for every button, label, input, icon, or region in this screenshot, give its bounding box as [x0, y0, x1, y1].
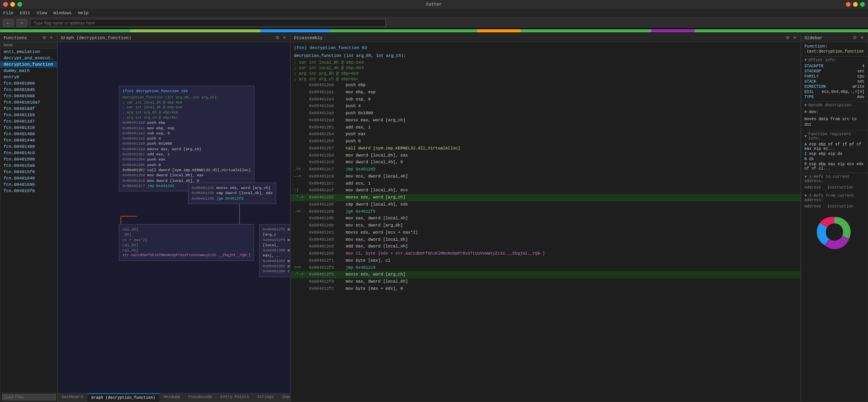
minimize-button[interactable]	[10, 2, 15, 7]
disasm-comment-3: ; arg int arg_ch @ ebp+0xc	[291, 76, 800, 82]
offset-section-title[interactable]: ▼ Offset info:	[804, 58, 864, 62]
disasm-line-0x004012c0: 0x004012c0mov dword [local_4h], 0	[291, 159, 800, 166]
func-item-anti_emulation[interactable]: anti_emulation	[0, 49, 57, 55]
xrefs-from-title[interactable]: ▼ X-Refs from current address:	[804, 194, 864, 202]
func-item-fcn.004011d7[interactable]: fcn.004011d7	[0, 118, 57, 125]
tab-pseudocode[interactable]: Pseudocode	[185, 393, 217, 402]
xrefs-from-addr-col: Address	[804, 204, 821, 209]
tab-hexdump[interactable]: Hexdump	[160, 393, 185, 402]
graph-close-button[interactable]: ✕	[282, 35, 287, 40]
func-item-decrypt_and_execute_rsrc[interactable]: decrypt_and_execute_rsrc	[0, 55, 57, 61]
func-item-decryption_function[interactable]: decryption_function	[0, 61, 57, 68]
disasm-line-0x004012f9: 0x004012f9mov eax, dword [local_8h]	[291, 278, 800, 285]
tab-imports[interactable]: Imports	[278, 393, 290, 402]
sidebar-settings-button[interactable]: ⚙	[852, 35, 858, 40]
func-item-fcn.00401480[interactable]: fcn.00401480	[0, 143, 57, 150]
xrefs-from-instr-col: Instruction	[827, 204, 853, 209]
tab-graph[interactable]: Graph (decryption_function)	[87, 393, 160, 402]
sidebar-row-family: FAMILYcpu	[804, 74, 864, 79]
main-area: Functions ⚙ ✕ Name anti_emulationdecrypt…	[0, 33, 868, 402]
graph-settings-button[interactable]: ⚙	[275, 35, 280, 40]
sidebar-close-button[interactable]: ✕	[859, 35, 864, 40]
seekbar[interactable]	[0, 28, 868, 33]
functions-settings-button[interactable]: ⚙	[41, 35, 47, 40]
xrefs-to-section: ▼ X-Refs to current address: Address Ins…	[801, 173, 868, 192]
func-item-fcn.00401640[interactable]: fcn.00401640	[0, 175, 57, 181]
func-item-fcn.00401010a7[interactable]: fcn.00401010a7	[0, 99, 57, 106]
func-item-fcn.00401000[interactable]: fcn.00401000	[0, 80, 57, 87]
tab-dashboard[interactable]: Dashboard	[58, 393, 87, 402]
disasm-line-0x004012f3: ==<0x004012f3jmp 0x4012c9	[291, 264, 800, 272]
menu-edit[interactable]: Edit	[20, 11, 30, 15]
func-item-fcn.004015a0[interactable]: fcn.004015a0	[0, 162, 57, 169]
func-item-fcn.004014c0[interactable]: fcn.004014c0	[0, 150, 57, 156]
menu-view[interactable]: View	[37, 11, 47, 15]
disasm-line-0x004012a0: 0x004012a0push ebp	[291, 82, 800, 89]
functions-close-button[interactable]: ✕	[49, 35, 54, 40]
func-item-fcn.00401088[interactable]: fcn.00401088	[0, 93, 57, 99]
disasm-line-0x004012f5: .*->0x004012f5movsx edx, word [arg_ch]	[291, 271, 800, 278]
func-item-fcn.004016f0[interactable]: fcn.004016f0	[0, 188, 57, 194]
func-item-fcn.00401500[interactable]: fcn.00401500	[0, 156, 57, 162]
disasm-line-0x004012e5: 0x004012e5mov eax, dword [local_8h]	[291, 236, 800, 243]
functions-title: Functions	[4, 36, 27, 40]
menu-windows[interactable]: Windows	[53, 11, 72, 15]
svg-point-9	[826, 223, 843, 241]
func-item-fcn.00401310[interactable]: fcn.00401310	[0, 125, 57, 131]
func-item-dummy_math[interactable]: dummy_math	[0, 68, 57, 74]
sidebar-row-direction: DIRECTIONwrite	[804, 84, 864, 89]
sidebar-opcode: ▼ Opcode description: # mov: moves data …	[801, 102, 868, 130]
disasm-header-bar: Disassembly ⚙ ✕	[291, 34, 800, 42]
reg-line-i: I esp ebp eip dx	[804, 151, 864, 157]
disasm-close-button[interactable]: ✕	[792, 35, 797, 40]
graph-node-loop: 0x004012d2 movsx edx, word [arg_ch] 0x00…	[188, 183, 276, 204]
disasm-line-0x004012a1: 0x004012a1mov ebp, esp	[291, 89, 800, 96]
forward-button[interactable]: →	[17, 19, 27, 27]
disasm-line-0x004012a6: 0x004012a6push 4	[291, 103, 800, 110]
regs-section-title[interactable]: ▼ Function registers info:	[804, 132, 864, 141]
disasm-comment-1: ; var int local_4h @ ebp-0x4	[291, 65, 800, 71]
minimize-icon[interactable]	[853, 2, 858, 7]
menu-file[interactable]: File	[3, 11, 13, 15]
opcode-section-title[interactable]: ▼ Opcode description:	[804, 103, 864, 108]
disasm-line-0x004012b5: 0x004012b5push 0	[291, 138, 800, 145]
traffic-lights	[3, 2, 22, 7]
disasm-line-0x004012b4: 0x004012b4push eax	[291, 131, 800, 138]
func-item-fcn.004010d5[interactable]: fcn.004010d5	[0, 87, 57, 93]
disassembly-panel: Disassembly ⚙ ✕ (fcn) decryption_functio…	[290, 33, 801, 402]
quick-filter-input[interactable]	[2, 394, 56, 400]
disasm-line-0x004012bd: 0x004012bdmov dword [local_8h], eax	[291, 152, 800, 159]
tab-entry-points[interactable]: Entry Points	[217, 393, 253, 402]
address-bar[interactable]	[30, 19, 386, 27]
back-button[interactable]: ←	[3, 19, 13, 27]
pie-chart	[817, 214, 852, 250]
close-icon[interactable]	[846, 2, 851, 7]
func-item-fcn.00401440[interactable]: fcn.00401440	[0, 137, 57, 143]
disasm-line-0x004012fc: 0x004012fcmov byte [eax + edx], 0	[291, 285, 800, 293]
func-item-fcn.00401400[interactable]: fcn.00401400	[0, 131, 57, 137]
disasm-line-0x004012a8: 0x004012a8push 0x1000	[291, 110, 800, 117]
func-item-fcn.004015f0[interactable]: fcn.004015f0	[0, 169, 57, 175]
graph-node-left: cal_4h] _8h] cx + eax*2] cal_8h] cal_4h]…	[119, 224, 254, 261]
xrefs-to-addr-col: Address	[804, 185, 821, 190]
sidebar-panel: Sidebar ⚙ ✕ Function: .text:decryption_f…	[801, 33, 868, 402]
sidebar-rows: STACKPTR4STACKOPsetFAMILYcpuSTACKsetDIRE…	[804, 64, 864, 100]
func-item-fcn.00401690[interactable]: fcn.00401690	[0, 181, 57, 188]
func-item-fcn.004011b9[interactable]: fcn.004011b9	[0, 112, 57, 118]
functions-panel: Functions ⚙ ✕ Name anti_emulationdecrypt…	[0, 33, 57, 402]
disasm-settings-button[interactable]: ⚙	[785, 35, 791, 40]
menu-help[interactable]: Help	[78, 11, 88, 15]
xrefs-to-title[interactable]: ▼ X-Refs to current address:	[804, 175, 864, 183]
sidebar-row-esil: ESILecx,0x4,ebp,-,=[4]	[804, 89, 864, 94]
func-item-entry0[interactable]: entry0	[0, 74, 57, 80]
maximize-button[interactable]	[17, 2, 22, 7]
graph-content[interactable]: (fcn) decryption_function 103 decryption…	[58, 42, 290, 393]
tab-strings[interactable]: Strings	[253, 393, 278, 402]
close-button[interactable]	[3, 2, 8, 7]
func-item-fcn.004010df[interactable]: fcn.004010df	[0, 106, 57, 112]
disasm-content[interactable]: (fcn) decryption_function 03 decryption_…	[291, 42, 800, 402]
expand-icon[interactable]	[860, 2, 865, 7]
disasm-func-sig: decryption_function (int arg_8h, int arg…	[291, 52, 800, 60]
sidebar-title: Sidebar	[804, 36, 823, 40]
opcode-title: # mov:	[804, 109, 864, 116]
